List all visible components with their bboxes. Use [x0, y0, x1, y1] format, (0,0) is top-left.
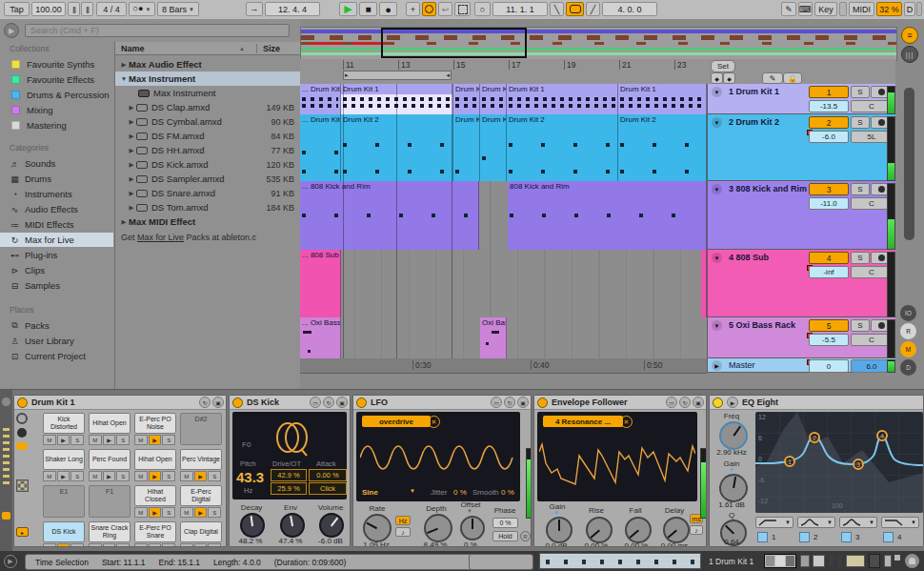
lane-drum-kit-2[interactable]: ... Drum Kit Drum Kit 2 Drum K Drum K Dr… — [300, 114, 707, 182]
drum-pad-perc-vintage[interactable]: Perc VintageM▶S — [180, 449, 222, 481]
clip[interactable]: Drum Kit 1 — [507, 84, 618, 114]
clip[interactable]: Oxi Bas — [480, 317, 507, 358]
hot-swap-icon[interactable]: ↻ — [504, 397, 515, 408]
file-row-ds-clap[interactable]: ▶DS Clap.amxd149 KB — [115, 100, 300, 114]
pad-play-icon[interactable]: ▶ — [57, 471, 70, 481]
solo-button[interactable]: S — [851, 116, 870, 129]
device-title-bar[interactable]: LFO ▭ ↻ ▣ — [353, 396, 531, 410]
volume-field[interactable]: -11.0 — [809, 197, 849, 210]
file-row-max-instrument-group[interactable]: ▼Max Instrument — [115, 71, 300, 86]
band-1-toggle[interactable]: 1 — [757, 532, 795, 542]
pad-solo[interactable]: S — [70, 435, 84, 445]
drum-pad-perc-found[interactable]: Perc FoundM▶S — [89, 449, 131, 481]
pad-play-icon[interactable]: ▶ — [194, 543, 208, 547]
drive-field[interactable]: 42.9 % — [271, 469, 307, 481]
time-signature-field[interactable]: 4 / 4 — [96, 2, 127, 16]
file-row-max-audio-effect[interactable]: ▶Max Audio Effect — [115, 57, 300, 71]
pad-play-icon[interactable]: ▶ — [103, 471, 116, 481]
eq-node-1[interactable]: 1 — [784, 456, 795, 467]
save-preset-icon[interactable]: ▣ — [212, 397, 224, 408]
device-on-led[interactable] — [537, 398, 548, 408]
file-row-ds-cymbal[interactable]: ▶DS Cymbal.amxd90 KB — [115, 114, 300, 129]
pad-mute[interactable]: M — [134, 543, 148, 547]
lane-808-kick-and-rim[interactable]: ... 808 Kick and Rim 808 Kick and Rim — [300, 181, 707, 251]
band-2-toggle[interactable]: 2 — [799, 532, 837, 542]
sidebar-item-favourite-synths[interactable]: Favourite Synths — [0, 57, 113, 71]
sidebar-item-samples[interactable]: ⊟Samples — [0, 278, 113, 293]
drum-pad-hihat-open[interactable]: Hihat OpenM▶S — [89, 413, 131, 445]
pad-overview[interactable] — [16, 479, 29, 492]
track-activator[interactable]: 2 — [809, 116, 849, 129]
wave-type-select[interactable]: Sine — [362, 488, 378, 497]
pad-play-icon[interactable]: ▶ — [103, 543, 116, 547]
track-header-808-sub[interactable]: ▼ 4 808 Sub 4 S -inf C — [707, 250, 895, 317]
key-map-button[interactable]: Key — [814, 2, 837, 16]
session-view-toggle[interactable]: ||| — [901, 46, 918, 63]
gain-knob[interactable] — [546, 517, 572, 543]
play-button[interactable]: ▶ — [339, 2, 357, 16]
jitter-value[interactable]: 0 % — [453, 488, 467, 497]
band-3-toggle[interactable]: 3 — [841, 532, 879, 542]
smooth-value[interactable]: 0 % — [501, 488, 514, 497]
device-on-led[interactable] — [356, 398, 367, 408]
solo-button[interactable]: S — [851, 183, 870, 195]
nudge-up-button[interactable]: ||| — [81, 2, 93, 16]
sidebar-item-packs[interactable]: ⧉Packs — [0, 318, 113, 333]
pad-solo[interactable]: S — [208, 507, 221, 518]
prev-locator-button[interactable]: ◆ — [711, 72, 723, 84]
freq-knob[interactable] — [719, 421, 748, 450]
sidebar-item-mastering[interactable]: Mastering — [0, 118, 113, 133]
volume-field[interactable]: -5.5 — [809, 334, 849, 346]
io-section-toggle[interactable]: IO — [900, 305, 916, 321]
master-fold-button[interactable]: ▶ — [712, 360, 722, 371]
decay-knob[interactable] — [240, 513, 265, 538]
device-title-bar[interactable]: DS Kick ▭ ↻ ▣ — [230, 396, 350, 410]
unmap-button[interactable]: ✕ — [428, 416, 440, 428]
tap-tempo-button[interactable]: Tap — [4, 2, 30, 16]
drum-pad-empty-e1[interactable]: E1 — [43, 485, 85, 518]
overview-view-rectangle[interactable] — [381, 28, 527, 58]
track-header-master[interactable]: ▶ Master 0 6.0 — [707, 358, 895, 373]
pad-solo[interactable]: S — [116, 435, 130, 445]
loop-brace[interactable]: ▸◂ — [343, 71, 452, 80]
punch-out-button[interactable]: ╱ — [586, 2, 600, 16]
drum-pad-clap-digital[interactable]: Clap DigitalM▶S — [180, 521, 222, 547]
pad-play-icon[interactable]: ▶ — [103, 435, 116, 445]
device-minimap-item[interactable] — [829, 555, 834, 567]
file-list-header[interactable]: Name ▲ Size — [115, 42, 300, 55]
preview-button[interactable]: ▶ — [4, 23, 19, 38]
file-row-ds-kick[interactable]: ▶DS Kick.amxd120 KB — [115, 157, 300, 172]
clip[interactable]: Drum K — [480, 84, 507, 114]
clip[interactable]: ... Drum Kit — [300, 84, 341, 114]
volume-field[interactable]: -inf — [809, 266, 849, 278]
drum-pad-hihat-closed[interactable]: Hihat ClosedM▶S — [134, 485, 176, 518]
fold-icon[interactable]: ▭ — [491, 397, 502, 408]
hot-swap-icon[interactable]: ↻ — [323, 397, 334, 408]
eq-node-2[interactable]: 2 — [809, 432, 820, 443]
device-minimap-item[interactable] — [813, 555, 825, 567]
audition-icon[interactable]: ▶ — [727, 397, 738, 408]
pad-mute[interactable]: M — [43, 435, 56, 445]
depth-knob[interactable] — [424, 514, 452, 542]
device-view-side-strip[interactable] — [0, 390, 12, 552]
column-size[interactable]: Size — [256, 44, 280, 53]
pad-solo[interactable]: S — [208, 543, 221, 547]
volume-field[interactable]: -13.5 — [809, 100, 849, 112]
sidebar-item-plug-ins[interactable]: ⊷Plug-ins — [0, 248, 113, 262]
file-row-max-midi-effect[interactable]: ▶Max MIDI Effect — [115, 214, 300, 229]
arrangement-position-field[interactable]: 12. 4. 4 — [265, 2, 320, 16]
volume-knob[interactable] — [319, 513, 344, 538]
volume-field[interactable]: -6.0 — [809, 131, 849, 143]
pad-solo[interactable]: S — [70, 471, 84, 481]
pad-mute[interactable]: M — [134, 435, 148, 445]
save-preset-icon[interactable]: ▣ — [336, 397, 348, 408]
sidebar-item-drums[interactable]: ▦Drums — [0, 172, 113, 186]
pad-mute[interactable]: M — [89, 471, 102, 481]
ot-field[interactable]: 25.9 % — [271, 482, 307, 495]
arrangement-view-toggle[interactable]: ≡ — [901, 27, 918, 44]
band-3-filter-type[interactable]: ▼ — [839, 517, 877, 528]
band-2-filter-type[interactable]: ▼ — [797, 517, 835, 528]
re-enable-automation-button[interactable]: ↩ — [438, 2, 452, 16]
sync-mode-button[interactable]: ♪ — [395, 527, 411, 537]
clip[interactable]: Drum Kit 1 — [618, 84, 707, 114]
